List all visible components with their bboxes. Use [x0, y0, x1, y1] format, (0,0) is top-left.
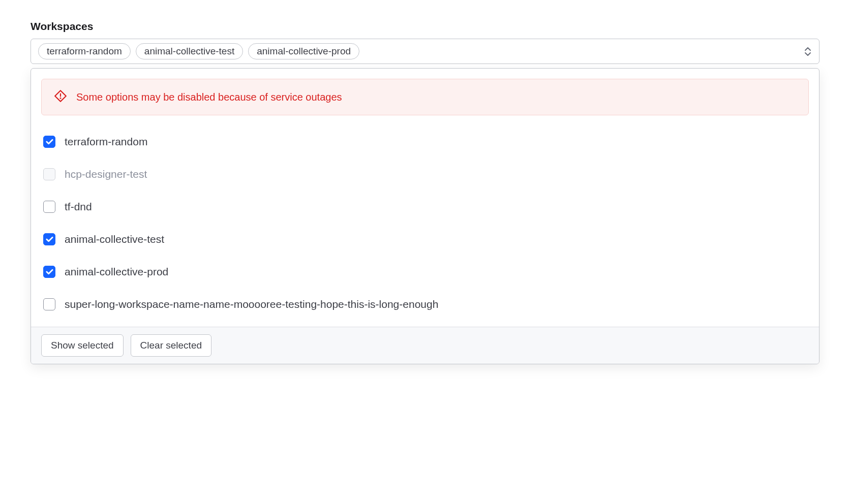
svg-point-1	[60, 98, 60, 99]
option-label: animal-collective-prod	[65, 266, 168, 278]
show-selected-button[interactable]: Show selected	[41, 334, 124, 357]
checkbox-unchecked-icon	[43, 298, 55, 310]
option-super-long-workspace-name[interactable]: super-long-workspace-name-name-mooooree-…	[41, 288, 809, 321]
alert-message: Some options may be disabled because of …	[76, 91, 342, 103]
checkbox-checked-icon	[43, 233, 55, 245]
multi-select-input[interactable]: terraform-random animal-collective-test …	[31, 39, 819, 64]
option-label: animal-collective-test	[65, 233, 164, 245]
option-label: super-long-workspace-name-name-mooooree-…	[65, 298, 438, 310]
option-animal-collective-prod[interactable]: animal-collective-prod	[41, 256, 809, 288]
option-animal-collective-test[interactable]: animal-collective-test	[41, 223, 809, 256]
option-hcp-designer-test: hcp-designer-test	[41, 158, 809, 191]
warning-alert: Some options may be disabled because of …	[41, 79, 809, 115]
checkbox-unchecked-icon	[43, 201, 55, 213]
dropdown-panel: Some options may be disabled because of …	[31, 68, 819, 364]
alert-diamond-icon	[54, 89, 67, 105]
selected-tag[interactable]: terraform-random	[38, 43, 131, 59]
option-label: hcp-designer-test	[65, 168, 147, 180]
option-label: tf-dnd	[65, 201, 92, 213]
chevron-up-down-icon	[805, 47, 812, 56]
option-label: terraform-random	[65, 136, 147, 148]
checkbox-checked-icon	[43, 136, 55, 148]
clear-selected-button[interactable]: Clear selected	[131, 334, 211, 357]
selected-tag[interactable]: animal-collective-prod	[248, 43, 359, 59]
field-label: Workspaces	[31, 20, 819, 33]
checkbox-disabled-icon	[43, 168, 55, 180]
checkbox-checked-icon	[43, 266, 55, 278]
option-terraform-random[interactable]: terraform-random	[41, 125, 809, 158]
option-tf-dnd[interactable]: tf-dnd	[41, 191, 809, 223]
selected-tag[interactable]: animal-collective-test	[136, 43, 243, 59]
dropdown-footer: Show selected Clear selected	[31, 327, 819, 364]
